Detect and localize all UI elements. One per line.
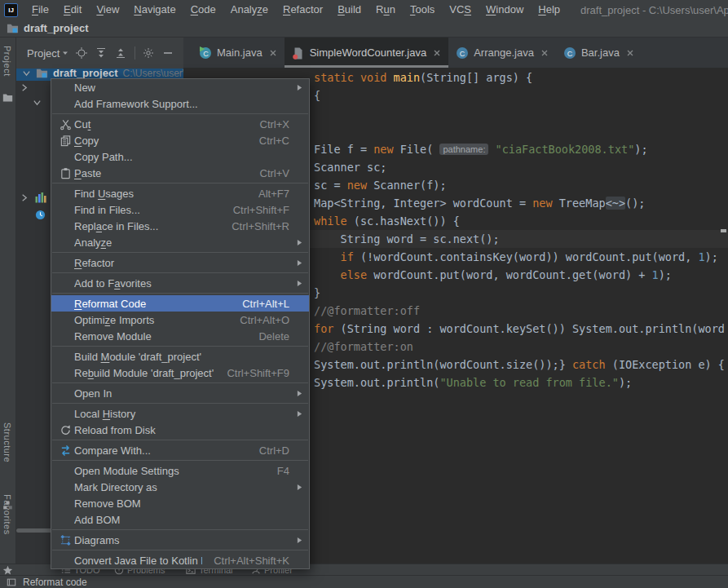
- error-stripe-mark[interactable]: [721, 229, 726, 232]
- menu-separator: [52, 183, 308, 183]
- window-icon[interactable]: [7, 577, 16, 587]
- svg-text:C: C: [203, 50, 209, 58]
- tab-close-icon[interactable]: [433, 49, 441, 57]
- menubar-item-refactor[interactable]: Refactor: [276, 0, 330, 20]
- project-panel-title[interactable]: Project: [27, 47, 60, 60]
- menu-item-shortcut: Ctrl+Alt+O: [240, 314, 289, 326]
- menubar-item-view[interactable]: View: [89, 0, 126, 20]
- svg-text:C: C: [567, 49, 573, 57]
- tab-close-icon[interactable]: [626, 49, 634, 57]
- submenu-arrow-icon: [294, 280, 302, 287]
- sidebar-item-project[interactable]: Project: [2, 46, 12, 77]
- menubar-item-edit[interactable]: Edit: [56, 0, 89, 20]
- submenu-arrow-icon: [294, 410, 302, 418]
- menu-item-open-in[interactable]: Open In: [51, 385, 309, 401]
- chevron-down-icon[interactable]: [22, 69, 31, 77]
- menubar-item-build[interactable]: Build: [330, 0, 368, 20]
- chevron-right-icon[interactable]: [20, 83, 29, 92]
- menubar-item-window[interactable]: Window: [479, 0, 531, 20]
- tab-arrange-java[interactable]: CArrange.java: [448, 38, 556, 68]
- tab-main-java[interactable]: CMain.java: [192, 38, 285, 68]
- chevron-down-icon[interactable]: [62, 50, 68, 56]
- menu-item-shortcut: Delete: [258, 330, 289, 343]
- menu-item-compare-with[interactable]: Compare With...Ctrl+D: [51, 442, 309, 458]
- menu-item-replace-in-files[interactable]: Replace in Files...Ctrl+Shift+R: [51, 218, 309, 234]
- menu-item-mark-directory-as[interactable]: Mark Directory as: [51, 479, 309, 495]
- tab-bar-java[interactable]: CBar.java: [556, 38, 642, 68]
- menu-item-optimize-imports[interactable]: Optimize ImportsCtrl+Alt+O: [51, 312, 309, 328]
- menu-item-build-module-draft-project[interactable]: Build Module 'draft_project': [51, 348, 309, 365]
- menubar-item-vcs[interactable]: VCS: [442, 0, 479, 20]
- horizontal-scrollbar[interactable]: [16, 528, 52, 533]
- menu-item-add-framework-support[interactable]: Add Framework Support...: [51, 95, 309, 112]
- clock-icon: [35, 210, 46, 220]
- chevron-right-icon[interactable]: [20, 193, 29, 202]
- tab-label: Bar.java: [581, 46, 620, 59]
- menu-item-find-in-files[interactable]: Find in Files...Ctrl+Shift+F: [51, 201, 309, 218]
- menu-separator: [52, 403, 308, 404]
- menu-item-shortcut: Ctrl+C: [259, 135, 289, 147]
- menu-item-local-history[interactable]: Local History: [51, 405, 309, 422]
- menu-item-label: Refactor: [74, 257, 289, 269]
- menu-item-label: Remove BOM: [74, 497, 289, 510]
- menu-item-label: Optimize Imports: [74, 314, 228, 326]
- menu-item-label: Replace in Files...: [74, 220, 220, 232]
- sidebar-item-structure[interactable]: Structure: [2, 422, 12, 462]
- chevron-down-icon[interactable]: [33, 98, 42, 107]
- submenu-arrow-icon: [294, 484, 302, 491]
- menu-item-find-usages[interactable]: Find UsagesAlt+F7: [51, 185, 309, 201]
- menu-item-new[interactable]: New: [51, 79, 309, 95]
- menu-item-label: Cut: [74, 118, 249, 130]
- collapse-all-icon[interactable]: [114, 46, 127, 60]
- sidebar-item-favorites[interactable]: Favorites: [2, 494, 12, 535]
- menu-item-shortcut: F4: [277, 465, 289, 477]
- menu-item-refactor[interactable]: Refactor: [51, 254, 309, 271]
- menu-item-label: Find Usages: [74, 188, 247, 200]
- menu-item-remove-bom[interactable]: Remove BOM: [51, 495, 309, 511]
- menu-item-diagrams[interactable]: Diagrams: [51, 532, 309, 548]
- expand-all-icon[interactable]: [95, 46, 108, 60]
- menu-item-label: Compare With...: [74, 444, 248, 457]
- locate-icon[interactable]: [75, 46, 88, 60]
- menu-item-paste[interactable]: PasteCtrl+V: [51, 165, 309, 181]
- menubar-item-code[interactable]: Code: [183, 0, 223, 20]
- tab-close-icon[interactable]: [540, 49, 549, 57]
- menubar-item-help[interactable]: Help: [531, 0, 567, 20]
- menu-item-shortcut: Alt+F7: [258, 188, 289, 200]
- menu-item-label: Local History: [74, 408, 289, 420]
- folder-icon[interactable]: [2, 91, 13, 106]
- menubar-item-run[interactable]: Run: [368, 0, 403, 20]
- menu-item-rebuild-module-draft-project[interactable]: Rebuild Module 'draft_project'Ctrl+Shift…: [51, 365, 309, 381]
- menu-separator: [52, 293, 308, 294]
- menubar-item-file[interactable]: File: [24, 0, 56, 20]
- menu-item-label: Open Module Settings: [74, 465, 266, 477]
- tab-close-icon[interactable]: [269, 49, 277, 57]
- menu-item-cut[interactable]: CutCtrl+X: [51, 116, 309, 132]
- menubar-item-tools[interactable]: Tools: [403, 0, 442, 20]
- menu-item-convert-java-file-to-kotlin-file[interactable]: Convert Java File to Kotlin FileCtrl+Alt…: [51, 552, 309, 568]
- statusbar-hint: Reformat code: [23, 577, 87, 588]
- hide-panel-icon[interactable]: [161, 46, 174, 60]
- breadcrumb[interactable]: draft_project: [24, 22, 88, 34]
- submenu-arrow-icon: [294, 259, 302, 267]
- menubar-item-analyze[interactable]: Analyze: [223, 0, 276, 20]
- menu-item-reload-from-disk[interactable]: Reload from Disk: [51, 422, 309, 438]
- menu-item-open-module-settings[interactable]: Open Module SettingsF4: [51, 462, 309, 479]
- tab-label: Arrange.java: [474, 46, 534, 59]
- menu-item-copy-path[interactable]: Copy Path...: [51, 148, 309, 165]
- menu-item-analyze[interactable]: Analyze: [51, 234, 309, 250]
- menu-item-shortcut: Ctrl+Alt+L: [242, 298, 289, 310]
- menu-item-add-to-favorites[interactable]: Add to Favorites: [51, 275, 309, 291]
- tab-label: Main.java: [217, 46, 263, 59]
- menu-item-copy[interactable]: CopyCtrl+C: [51, 132, 309, 148]
- menu-item-label: Find in Files...: [74, 204, 222, 216]
- menubar-item-navigate[interactable]: Navigate: [126, 0, 183, 20]
- menu-separator: [52, 346, 308, 347]
- menu-item-remove-module[interactable]: Remove ModuleDelete: [51, 328, 309, 344]
- class-run-icon: C: [199, 46, 212, 60]
- gear-icon[interactable]: [142, 46, 155, 60]
- menu-item-add-bom[interactable]: Add BOM: [51, 511, 309, 528]
- tab-simplewordcounter-java[interactable]: SimpleWordCounter.java: [285, 38, 449, 68]
- class-icon: C: [456, 46, 469, 60]
- menu-item-reformat-code[interactable]: Reformat CodeCtrl+Alt+L: [51, 295, 309, 312]
